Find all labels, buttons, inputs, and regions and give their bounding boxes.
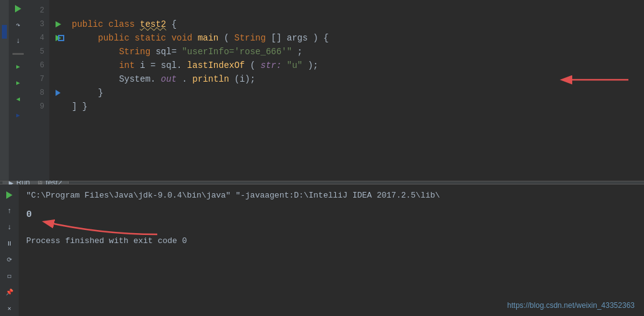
- gutter-3: [49, 17, 67, 31]
- blue-indicator: [2, 25, 7, 39]
- indent-5: [72, 47, 114, 57]
- bookmark-outline: [58, 35, 64, 41]
- code-editor[interactable]: public class test2 { public static void …: [67, 0, 644, 181]
- side-panel: [0, 0, 9, 181]
- keyword-public-4: public: [98, 33, 135, 43]
- divider: [12, 53, 24, 55]
- gutter-2: [49, 4, 67, 17]
- line-num-6: 6: [40, 59, 44, 72]
- line-num-7: 7: [40, 72, 44, 86]
- paren-println: (i);: [235, 74, 256, 84]
- down-arrow-icon: ↓: [7, 223, 11, 232]
- line-numbers: 2 3 4 5 6 7 8 9: [27, 0, 49, 181]
- console-arrow: [39, 206, 163, 240]
- tool-btn-3[interactable]: ◀: [12, 93, 24, 105]
- pin-icon: 📌: [6, 289, 13, 296]
- out-7: out: [161, 74, 177, 84]
- line-num-4: 4: [40, 31, 44, 45]
- type-string: String: [234, 33, 265, 43]
- paren-open-4: (: [224, 33, 229, 43]
- gutter: [49, 0, 67, 181]
- bracket-close-9: ]: [72, 102, 77, 112]
- method-main: main: [198, 33, 219, 43]
- line-num-9: 9: [40, 100, 44, 113]
- brace-open-3: {: [172, 19, 177, 29]
- console-command-line: "C:\Program Files\Java\jdk-9.0.4\bin\jav…: [26, 189, 637, 202]
- close-icon: ✕: [7, 305, 11, 312]
- gutter-5: [49, 45, 67, 59]
- code-line-2: [72, 4, 644, 17]
- breakpoint-8: [56, 90, 61, 96]
- stop-icon: ◻: [7, 272, 11, 280]
- console-run-btn[interactable]: [4, 189, 15, 201]
- string-u: "u": [287, 60, 303, 70]
- console-output-area: "C:\Program Files\Java\jdk-9.0.4\bin\jav…: [19, 184, 644, 316]
- green-icon-2: ▶: [16, 79, 20, 87]
- brace-close-8: }: [98, 88, 103, 98]
- param-str: str:: [261, 60, 282, 70]
- code-line-8: }: [72, 86, 644, 100]
- pause-icon: ⏸: [6, 240, 12, 247]
- paren-close-4: ) {: [313, 33, 329, 43]
- tool-btn-1[interactable]: ▶: [12, 61, 24, 72]
- url-label: https://blog.csdn.net/weixin_43352363: [507, 301, 635, 310]
- step-over-button[interactable]: ↷: [12, 19, 24, 31]
- indent-6: [72, 60, 114, 70]
- run-tab-area: ▶ Run 🖥 test2: [0, 181, 69, 184]
- code-line-4: public static void main ( String [] args…: [72, 31, 644, 45]
- var-sql: sql=: [155, 47, 177, 57]
- step-into-button[interactable]: ↓: [12, 36, 24, 47]
- blue-icon: ▶: [16, 112, 20, 119]
- string-val-5: "userInfo='rose_666'": [182, 47, 291, 57]
- console-stop-btn[interactable]: ◻: [4, 271, 15, 282]
- console-close-btn[interactable]: ✕: [4, 303, 15, 314]
- param-args: args: [287, 33, 308, 43]
- console-toolbar: ↑ ↓ ⏸ ⟳ ◻ 📌 ✕: [0, 184, 19, 316]
- line-num-8: 8: [40, 86, 44, 100]
- brace-close-9: }: [82, 102, 87, 112]
- run-button[interactable]: [12, 3, 24, 14]
- run-tab[interactable]: ▶ Run 🖥 test2: [2, 181, 69, 184]
- console-up-btn[interactable]: ↑: [4, 206, 15, 217]
- method-lastindexof: lastIndexOf: [187, 60, 245, 70]
- paren-open-6: (: [250, 60, 261, 70]
- green-icon-1: ▶: [16, 63, 20, 70]
- console-down-btn[interactable]: ↓: [4, 222, 15, 233]
- paren-close-6: );: [308, 60, 318, 70]
- tool-btn-4[interactable]: ▶: [12, 110, 24, 121]
- url-watermark: https://blog.csdn.net/weixin_43352363: [507, 301, 635, 310]
- green-icon-3: ◀: [16, 95, 20, 103]
- method-println: println: [192, 74, 229, 84]
- type-string-5: String: [119, 47, 156, 57]
- run-icon: [15, 5, 21, 12]
- indent-7: [72, 74, 114, 84]
- console-run-icon: [6, 191, 12, 199]
- step-into-icon: ↓: [16, 37, 20, 45]
- keyword-void: void: [172, 33, 198, 43]
- gutter-8: [49, 86, 67, 100]
- classname-test2: test2: [140, 19, 166, 29]
- gutter-7: [49, 72, 67, 86]
- run-gutter-icon-3[interactable]: [56, 21, 61, 27]
- step-over-icon: ↷: [16, 21, 20, 30]
- line-num-2: 2: [40, 4, 44, 17]
- tool-btn-2[interactable]: ▶: [12, 77, 24, 89]
- brackets-4: []: [271, 33, 286, 43]
- system-7: System.: [119, 74, 161, 84]
- var-i: i = sql.: [140, 60, 182, 70]
- output-line: 0: [26, 209, 637, 220]
- semi-5: ;: [297, 47, 302, 57]
- code-line-3: public class test2 {: [72, 17, 644, 31]
- command-text: "C:\Program Files\Java\jdk-9.0.4\bin\jav…: [26, 191, 440, 200]
- console-pause-btn[interactable]: ⏸: [4, 238, 15, 249]
- up-arrow-icon: ↑: [7, 207, 11, 216]
- console-rerun-btn[interactable]: ⟳: [4, 254, 15, 266]
- code-line-5: String sql= "userInfo='rose_666'" ;: [72, 45, 644, 59]
- keyword-class: class: [109, 19, 140, 29]
- console-panel: ↑ ↓ ⏸ ⟳ ◻ 📌 ✕ "C:\Program Files\Java\jdk…: [0, 184, 644, 316]
- console-pin-btn[interactable]: 📌: [4, 287, 15, 298]
- code-line-6: int i = sql. lastIndexOf ( str: "u" );: [72, 59, 644, 72]
- editor-left-toolbar: ↷ ↓ ▶ ▶ ◀ ▶: [9, 0, 27, 181]
- keyword-static: static: [135, 33, 172, 43]
- rerun-icon: ⟳: [7, 256, 12, 264]
